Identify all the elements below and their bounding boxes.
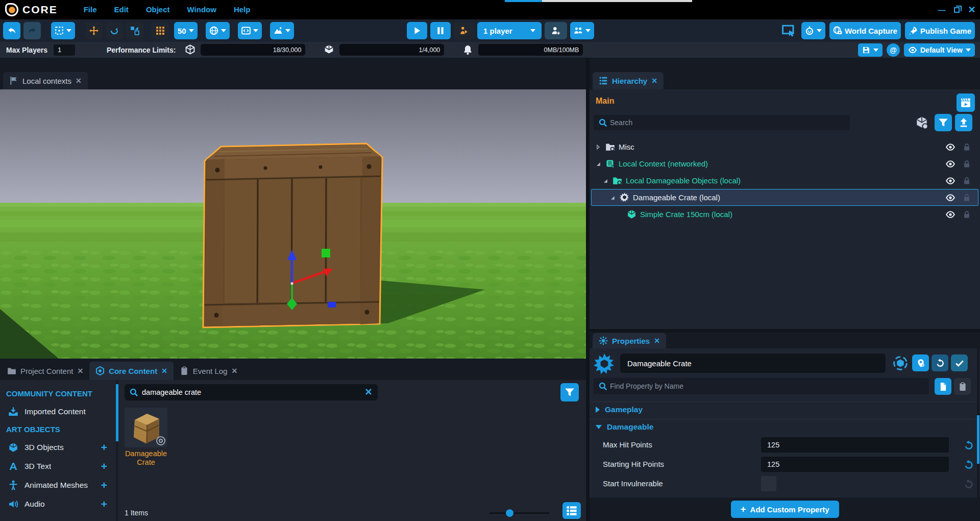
tab-event-log[interactable]: Event Log✕ xyxy=(174,362,243,380)
reset-property-icon[interactable] xyxy=(964,479,974,489)
copy-properties-button[interactable] xyxy=(935,378,951,395)
add-asset-button[interactable]: + xyxy=(101,498,107,510)
sidebar-item-imported-content[interactable]: Imported Content xyxy=(0,402,118,421)
select-tool-button[interactable] xyxy=(51,22,75,39)
lock-icon[interactable] xyxy=(963,176,971,185)
revert-button[interactable] xyxy=(932,354,948,371)
property-checkbox[interactable] xyxy=(761,476,776,491)
section-damageable[interactable]: Damageable xyxy=(590,419,980,434)
sidebar-item-3d-objects[interactable]: 3D Objects+ xyxy=(0,438,118,457)
menu-edit[interactable]: Edit xyxy=(106,0,137,19)
hierarchy-row-local-damageable-objects-local-[interactable]: Local Damageable Objects (local) xyxy=(591,172,978,189)
add-asset-button[interactable]: + xyxy=(101,479,107,491)
lock-icon[interactable] xyxy=(963,159,971,169)
content-search-input[interactable] xyxy=(142,384,356,400)
tab-hierarchy[interactable]: Hierarchy ✕ xyxy=(593,72,664,89)
properties-scrollbar[interactable] xyxy=(977,348,979,521)
close-icon[interactable]: ✕ xyxy=(654,337,660,345)
tab-local-contexts[interactable]: Local contexts ✕ xyxy=(3,72,88,89)
undo-button[interactable] xyxy=(3,22,20,39)
sidebar-group-title[interactable]: ART OBJECTS xyxy=(0,421,118,438)
reset-property-icon[interactable] xyxy=(964,440,974,451)
cinematic-capture-button[interactable] xyxy=(957,93,975,112)
slider-knob[interactable] xyxy=(506,509,513,517)
locate-in-hierarchy-button[interactable] xyxy=(912,354,929,371)
lock-icon[interactable] xyxy=(963,210,971,219)
move-tool-button[interactable] xyxy=(85,22,103,39)
hierarchy-filter-button[interactable] xyxy=(935,114,952,131)
apply-button[interactable] xyxy=(951,354,968,371)
close-icon[interactable]: ✕ xyxy=(76,77,82,85)
hierarchy-row-damageable-crate-local-[interactable]: Damageable Crate (local) xyxy=(591,189,978,206)
scene-root-label[interactable]: Main xyxy=(596,97,614,106)
section-gameplay[interactable]: Gameplay xyxy=(590,401,980,417)
close-icon[interactable]: ✕ xyxy=(651,77,657,85)
object-name-input[interactable] xyxy=(620,353,886,373)
hierarchy-export-button[interactable] xyxy=(955,114,972,131)
collapse-arrow-icon[interactable] xyxy=(609,195,616,201)
visibility-eye-icon[interactable] xyxy=(945,142,955,152)
sidebar-item-animated-meshes[interactable]: Animated Meshes+ xyxy=(0,476,118,494)
property-value-input[interactable] xyxy=(761,457,949,472)
close-icon[interactable]: ✕ xyxy=(77,367,83,375)
world-capture-button[interactable]: World Capture xyxy=(829,22,901,39)
visibility-eye-icon[interactable] xyxy=(945,193,955,203)
property-search-input[interactable] xyxy=(610,378,921,394)
menu-window[interactable]: Window xyxy=(179,0,225,19)
hierarchy-search-input[interactable] xyxy=(610,115,845,130)
players-settings-dropdown[interactable] xyxy=(570,22,594,39)
hierarchy-row-local-context-networked-[interactable]: Local Context (networked) xyxy=(591,155,978,172)
collapse-arrow-icon[interactable] xyxy=(602,178,609,184)
thumbnail-size-slider[interactable] xyxy=(489,512,549,514)
preview-settings-dropdown[interactable] xyxy=(801,22,825,39)
scale-tool-button[interactable] xyxy=(126,22,143,39)
close-icon[interactable]: ✕ xyxy=(231,367,237,375)
restore-button[interactable] xyxy=(954,7,960,13)
tab-project-content[interactable]: Project Content✕ xyxy=(1,362,89,380)
asset-tile-damageable-crate[interactable]: Damageable Crate xyxy=(125,408,167,467)
grid-size-dropdown[interactable]: 50 xyxy=(174,22,198,39)
save-dropdown[interactable] xyxy=(858,43,883,57)
menu-file[interactable]: File xyxy=(75,0,106,19)
script-dropdown[interactable] xyxy=(238,22,262,39)
visibility-eye-icon[interactable] xyxy=(945,176,955,186)
menu-object[interactable]: Object xyxy=(137,0,179,19)
minimize-button[interactable]: — xyxy=(937,5,947,15)
default-view-dropdown[interactable]: Default View xyxy=(904,43,975,57)
terrain-dropdown[interactable] xyxy=(270,22,294,39)
max-players-input[interactable] xyxy=(54,44,75,56)
redo-button[interactable] xyxy=(23,22,41,39)
lock-icon[interactable] xyxy=(963,193,971,202)
lock-icon[interactable] xyxy=(963,143,971,152)
add-asset-button[interactable]: + xyxy=(101,441,107,454)
content-filter-button[interactable] xyxy=(560,383,579,401)
pause-button[interactable] xyxy=(430,22,451,39)
help-button[interactable]: @ xyxy=(887,43,900,57)
add-asset-button[interactable]: + xyxy=(101,460,107,472)
play-button[interactable] xyxy=(407,22,427,39)
paste-properties-button[interactable] xyxy=(954,378,971,395)
rotate-tool-button[interactable] xyxy=(106,22,123,39)
reset-property-icon[interactable] xyxy=(964,460,974,470)
tab-core-content[interactable]: Core Content✕ xyxy=(89,362,174,380)
monitor-cursor-icon[interactable] xyxy=(782,24,795,37)
visibility-eye-icon[interactable] xyxy=(945,209,955,220)
add-custom-property-button[interactable]: +Add Custom Property xyxy=(731,501,839,518)
sidebar-item-3d-text[interactable]: 3D Text+ xyxy=(0,457,118,476)
expand-arrow-icon[interactable] xyxy=(595,144,602,150)
player-count-dropdown[interactable]: 1 player xyxy=(477,22,542,39)
hierarchy-row-misc[interactable]: Misc xyxy=(591,138,978,155)
tab-properties[interactable]: Properties ✕ xyxy=(593,333,666,348)
world-dropdown[interactable] xyxy=(206,22,230,39)
list-view-button[interactable] xyxy=(562,502,581,519)
clear-search-icon[interactable] xyxy=(364,388,373,396)
publish-game-button[interactable]: Publish Game xyxy=(905,22,975,39)
close-button[interactable]: ✕ xyxy=(967,5,977,15)
visibility-eye-icon[interactable] xyxy=(945,159,955,169)
close-icon[interactable]: ✕ xyxy=(161,367,167,375)
sidebar-group-title[interactable]: COMMUNITY CONTENT xyxy=(0,385,118,402)
collapse-arrow-icon[interactable] xyxy=(595,161,602,167)
viewport-3d[interactable] xyxy=(0,89,586,359)
add-player-button[interactable] xyxy=(545,22,567,39)
hierarchy-row-simple-crate-150cm-local-[interactable]: Simple Crate 150cm (local) xyxy=(591,206,978,223)
